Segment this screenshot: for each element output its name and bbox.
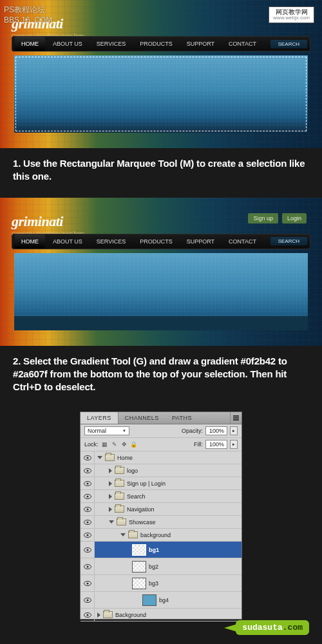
folder-icon [105,454,115,461]
layer-bg1[interactable]: bg1 [80,542,242,558]
svg-point-19 [86,582,88,584]
eye-icon [84,481,91,486]
step-2-caption: 2. Select the Gradient Tool (G) and draw… [0,346,322,394]
tutorial-step-1: griminati Company description goes here … [0,0,322,198]
brand-logo: griminati Company description goes here [12,213,84,237]
login-link[interactable]: Login [282,213,307,223]
watermark-left: PS教程论坛 BBS.16 .COM [4,5,52,25]
disclosure-triangle-icon[interactable] [109,494,112,499]
layer-bg4[interactable]: bg4 [80,592,242,609]
visibility-toggle[interactable] [80,542,95,558]
disclosure-triangle-icon[interactable] [109,507,112,512]
disclosure-triangle-icon[interactable] [109,468,112,473]
nav-search[interactable]: SEARCH [270,237,307,245]
lock-position-icon[interactable]: ✥ [120,440,128,448]
fill-flyout-button[interactable]: ▸ [230,440,238,449]
nav-support[interactable]: SUPPORT [180,37,221,51]
lock-all-icon[interactable]: 🔒 [130,440,138,448]
opacity-value[interactable]: 100% [205,426,227,435]
visibility-toggle[interactable] [80,477,95,489]
group-sign-login[interactable]: Sign up | Login [80,477,242,490]
disclosure-triangle-icon[interactable] [109,481,112,486]
group-background[interactable]: Background [80,609,242,621]
visibility-toggle[interactable] [80,575,95,591]
site-mock-2: griminati Company description goes here … [0,198,322,346]
layer-bg2[interactable]: bg2 [80,558,242,575]
nav-services[interactable]: SERVICES [90,234,132,249]
brand-name: griminati [12,213,63,229]
group-search[interactable]: Search [80,490,242,503]
lock-pixels-icon[interactable]: ✎ [111,440,118,448]
nav-products[interactable]: PRODUCTS [133,37,179,51]
eye-icon [84,520,91,525]
group-label: Search [127,493,146,500]
showcase-base-strip [14,316,308,330]
layer-bg3[interactable]: bg3 [80,575,242,592]
group-showcase[interactable]: Showcase [80,516,242,529]
fill-value[interactable]: 100% [205,440,227,449]
lock-fill-row: Lock: ▦ ✎ ✥ 🔒 Fill: 100% ▸ [80,438,242,451]
group-background-group[interactable]: background [80,529,242,542]
primary-nav: HOME ABOUT US SERVICES PRODUCTS SUPPORT … [12,234,310,249]
layer-label: bg3 [149,580,158,587]
eye-icon [84,581,91,586]
footer-bubble: sudasuta.com [236,620,309,635]
signup-link[interactable]: Sign up [248,213,278,223]
nav-about[interactable]: ABOUT US [46,37,89,51]
nav-home[interactable]: HOME [15,37,45,51]
visibility-toggle[interactable] [80,451,95,464]
layer-label: bg1 [149,547,159,553]
nav-home[interactable]: HOME [15,234,45,249]
visibility-toggle[interactable] [80,558,95,574]
visibility-toggle[interactable] [80,516,95,528]
tab-layers[interactable]: LAYERS [80,412,118,424]
group-home[interactable]: Home [80,451,242,464]
svg-point-21 [86,599,88,601]
nav-products[interactable]: PRODUCTS [133,234,179,249]
watermark-right-sub: www.webjx.com [273,15,310,21]
group-label: Background [115,612,146,618]
tab-channels[interactable]: CHANNELS [118,412,166,424]
disclosure-triangle-icon[interactable] [97,612,100,618]
visibility-toggle[interactable] [80,464,95,477]
eye-icon [84,494,91,499]
menu-icon [233,415,239,421]
opacity-flyout-button[interactable]: ▸ [230,426,238,435]
visibility-toggle[interactable] [80,609,95,621]
layer-label: bg4 [159,597,169,603]
tab-paths[interactable]: PATHS [166,412,198,424]
panel-menu-button[interactable] [230,412,242,424]
svg-point-1 [86,457,88,459]
visibility-toggle[interactable] [80,529,95,541]
layer-thumbnail [142,594,156,606]
nav-about[interactable]: ABOUT US [46,234,89,249]
nav-support[interactable]: SUPPORT [180,234,221,249]
visibility-toggle[interactable] [80,503,95,515]
eye-icon [84,612,91,618]
chevron-down-icon: ▼ [122,429,126,433]
disclosure-triangle-icon[interactable] [97,456,102,459]
svg-point-15 [86,549,88,551]
blend-mode-select[interactable]: Normal ▼ [84,426,129,435]
nav-contact[interactable]: CONTACT [222,37,263,51]
folder-icon [115,493,124,500]
lock-transparent-icon[interactable]: ▦ [101,440,109,448]
watermark-left-line1: PS教程论坛 [4,5,52,15]
svg-point-11 [86,521,88,523]
nav-search[interactable]: SEARCH [270,40,307,48]
nav-services[interactable]: SERVICES [90,37,132,51]
nav-contact[interactable]: CONTACT [222,234,263,249]
folder-icon [115,480,124,487]
visibility-toggle[interactable] [80,490,95,502]
footer-brand: sudasuta [242,623,282,632]
svg-point-23 [86,614,88,616]
group-label: logo [127,468,138,474]
layer-label: bg2 [149,564,158,570]
layer-thumbnail [132,578,146,589]
disclosure-triangle-icon[interactable] [109,520,114,524]
visibility-toggle[interactable] [80,592,95,608]
group-logo[interactable]: logo [80,464,242,477]
group-navigation[interactable]: Navigation [80,503,242,516]
svg-point-17 [86,565,88,567]
disclosure-triangle-icon[interactable] [120,533,126,536]
